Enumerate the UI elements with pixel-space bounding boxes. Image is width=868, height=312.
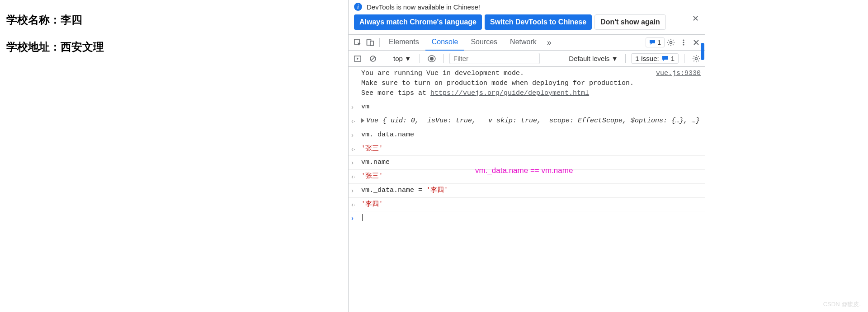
svg-line-9 xyxy=(371,57,375,61)
inspect-element-icon[interactable] xyxy=(351,36,364,49)
output-arrow-icon: ‹· xyxy=(351,172,361,182)
log-row: › vm._data.name xyxy=(349,128,705,142)
issues-count: 1 xyxy=(657,39,661,46)
dropdown-icon: ▼ xyxy=(611,55,618,62)
devtools-tabs-bar: Elements Console Sources Network 1 xyxy=(349,34,705,51)
dismiss-button[interactable]: Don't show again xyxy=(594,14,666,30)
output-arrow-icon: ‹· xyxy=(351,144,361,154)
console-sidebar-toggle-icon[interactable] xyxy=(351,52,364,65)
device-toolbar-icon[interactable] xyxy=(364,36,377,49)
school-addr-value: 西安文理 xyxy=(61,41,104,53)
vue-dev-warning: You are running Vue in development mode.… xyxy=(361,69,701,98)
scrollbar-thumb[interactable] xyxy=(701,43,704,60)
console-output[interactable]: You are running Vue in development mode.… xyxy=(349,67,705,312)
page-content: 学校名称：李四 学校地址：西安文理 xyxy=(0,0,348,312)
separator xyxy=(379,38,380,47)
kebab-menu-icon[interactable] xyxy=(677,36,690,49)
svg-point-11 xyxy=(695,57,698,60)
input-arrow-icon: › xyxy=(351,102,361,112)
input-arrow-icon: › xyxy=(351,130,361,140)
tab-elements[interactable]: Elements xyxy=(382,34,425,51)
tab-console[interactable]: Console xyxy=(425,34,465,51)
log-row: › vm._data.name = '李四' xyxy=(349,184,705,198)
log-gutter xyxy=(351,69,361,98)
watermark: CSDN @馥皮. xyxy=(823,300,861,308)
svg-point-10 xyxy=(430,57,434,61)
filter-input[interactable] xyxy=(449,53,540,64)
issue-chat-icon xyxy=(662,56,668,62)
console-input: vm._data.name xyxy=(361,130,701,140)
prompt-arrow-icon: › xyxy=(351,213,361,223)
console-prompt[interactable] xyxy=(361,213,701,223)
cursor-icon xyxy=(362,214,363,221)
issue-chat-icon xyxy=(649,39,656,46)
more-tabs-icon[interactable] xyxy=(543,36,556,49)
console-output-value[interactable]: Vue {_uid: 0, _isVue: true, __v_skip: tr… xyxy=(361,116,701,126)
svg-point-6 xyxy=(683,44,684,45)
devtools-infobar: i DevTools is now available in Chinese! xyxy=(349,0,705,14)
log-row: ‹· Vue {_uid: 0, _isVue: true, __v_skip:… xyxy=(349,114,705,128)
separator xyxy=(684,54,684,63)
svg-point-5 xyxy=(683,42,684,43)
context-label: top xyxy=(393,55,403,62)
log-row: You are running Vue in development mode.… xyxy=(349,67,705,100)
console-output-value: '张三' xyxy=(361,144,701,154)
school-name-value: 李四 xyxy=(61,14,82,26)
svg-point-4 xyxy=(683,39,684,41)
separator xyxy=(420,54,420,63)
match-language-button[interactable]: Always match Chrome's language xyxy=(354,14,482,30)
source-link[interactable]: vue.js:9330 xyxy=(656,69,701,79)
school-name-label: 学校名称： xyxy=(6,14,61,26)
issue-count: 1 xyxy=(671,55,675,62)
clear-console-icon[interactable] xyxy=(367,52,379,65)
levels-label: Default levels xyxy=(569,55,609,62)
tab-sources[interactable]: Sources xyxy=(464,34,504,51)
issue-button[interactable]: 1 Issue: 1 xyxy=(631,53,679,64)
log-levels-select[interactable]: Default levels ▼ xyxy=(567,55,620,62)
log-row: › vm xyxy=(349,100,705,114)
console-prompt-row[interactable]: › xyxy=(349,211,705,225)
issue-label: 1 Issue: xyxy=(635,55,659,62)
school-name-line: 学校名称：李四 xyxy=(6,13,342,27)
svg-point-3 xyxy=(670,42,672,44)
info-icon: i xyxy=(354,3,362,11)
infobar-text: DevTools is now available in Chinese! xyxy=(367,3,480,11)
annotation-text: vm._data.name == vm.name xyxy=(475,166,573,175)
dropdown-icon: ▼ xyxy=(405,55,411,62)
school-addr-line: 学校地址：西安文理 xyxy=(6,40,342,54)
separator xyxy=(385,54,385,63)
input-arrow-icon: › xyxy=(351,158,361,168)
tab-network[interactable]: Network xyxy=(504,34,543,51)
output-arrow-icon: ‹· xyxy=(351,200,361,210)
issues-badge[interactable]: 1 xyxy=(646,37,665,47)
devtools-panel: i DevTools is now available in Chinese! … xyxy=(348,0,705,312)
separator xyxy=(443,54,444,63)
settings-icon[interactable] xyxy=(665,36,677,49)
execution-context-select[interactable]: top ▼ xyxy=(391,55,414,62)
log-row: ‹· '张三' xyxy=(349,142,705,156)
console-toolbar: top ▼ Default levels ▼ 1 Issue: 1 xyxy=(349,51,705,67)
output-arrow-icon: ‹· xyxy=(351,116,361,126)
log-row: ‹· '李四' xyxy=(349,198,705,212)
deployment-link[interactable]: https://vuejs.org/guide/deployment.html xyxy=(430,89,589,97)
expand-icon[interactable] xyxy=(361,118,364,123)
live-expression-icon[interactable] xyxy=(425,52,438,65)
console-output-value: '李四' xyxy=(361,200,701,210)
infobar-buttons: Always match Chrome's language Switch De… xyxy=(349,14,705,34)
school-addr-label: 学校地址： xyxy=(6,41,61,53)
separator xyxy=(625,54,626,63)
input-arrow-icon: › xyxy=(351,186,361,196)
console-input: vm._data.name = '李四' xyxy=(361,186,701,196)
close-icon[interactable]: ✕ xyxy=(692,14,699,23)
console-input: vm xyxy=(361,102,701,112)
svg-rect-2 xyxy=(370,41,373,46)
switch-language-button[interactable]: Switch DevTools to Chinese xyxy=(485,14,592,30)
